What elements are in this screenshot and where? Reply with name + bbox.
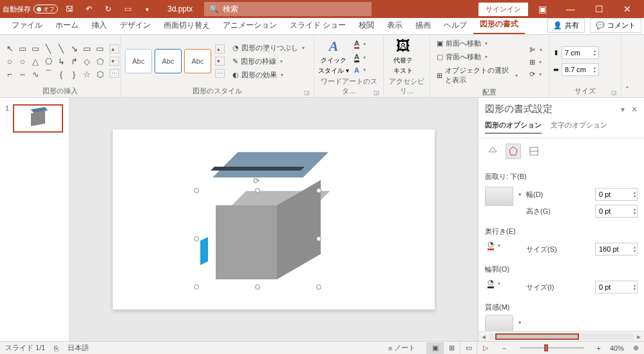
bevel-height-input[interactable]: 0 pt▴▾	[595, 205, 638, 218]
selection-pane-button[interactable]: ⊞オブジェクトの選択と表示▾	[434, 64, 520, 86]
autosave-label: 自動保存	[3, 5, 31, 14]
tab-help[interactable]: ヘルプ	[437, 17, 473, 34]
shape-style-3[interactable]: Abc	[184, 49, 211, 73]
zoom-slider[interactable]	[520, 347, 584, 349]
shape-width-input[interactable]: ⬌8.7 cm▴▾	[553, 63, 599, 76]
text-effects-button[interactable]: A▾	[352, 65, 368, 75]
dialog-launcher-icon[interactable]: ◲	[611, 89, 617, 96]
group-label-shape-styles: 図形のスタイル	[193, 87, 242, 95]
shape-outline-button[interactable]: ✎図形の枠線▾	[230, 55, 307, 68]
pane-tab-shape-options[interactable]: 図形のオプション	[485, 120, 542, 134]
pane-tab-text-options[interactable]: 文字のオプション	[551, 120, 607, 134]
language-indicator[interactable]: 日本語	[68, 343, 89, 353]
zoom-in-icon[interactable]: +	[597, 344, 601, 352]
reading-view-icon[interactable]: ▭	[460, 342, 477, 354]
fit-to-window-icon[interactable]: ⊕	[633, 344, 639, 352]
effects-icon: ◐	[232, 71, 239, 79]
tab-file[interactable]: ファイル	[5, 17, 49, 34]
spellcheck-icon[interactable]: ⎘	[54, 344, 59, 352]
rotate-button[interactable]: ⟳▾	[527, 69, 545, 80]
slide-indicator[interactable]: スライド 1/1	[5, 343, 45, 353]
slide: ⟳	[113, 129, 435, 310]
shape-fill-button[interactable]: ◔図形の塗りつぶし▾	[230, 42, 307, 54]
shapes-gallery-more[interactable]: ▴▾⋯	[109, 42, 119, 80]
shape-style-2[interactable]: Abc	[155, 49, 182, 73]
notes-button[interactable]: ≡ノート	[386, 343, 417, 353]
fill-line-tab-icon[interactable]	[485, 144, 500, 159]
contour-color-picker[interactable]: ◔▾	[485, 277, 513, 290]
undo-icon[interactable]: ↶	[81, 1, 97, 17]
depth-color-picker[interactable]: ◔▾	[485, 239, 513, 252]
tab-home[interactable]: ホーム	[49, 17, 85, 34]
main-area: 1 ⟳ 図形の書式設定 ▾✕ 図形のオプション	[0, 98, 644, 341]
tab-insert[interactable]: 挿入	[85, 17, 113, 34]
effects-tab-icon[interactable]	[506, 144, 521, 159]
shape-effects-button[interactable]: ◐図形の効果▾	[230, 69, 307, 81]
slide-canvas[interactable]: ⟳	[70, 98, 478, 341]
tab-shape-format[interactable]: 図形の書式	[473, 15, 525, 34]
tab-transitions[interactable]: 画面切り替え	[157, 17, 216, 34]
autosave-toggle[interactable]: 自動保存 オフ	[3, 5, 58, 14]
selection-box[interactable]: ⟳	[196, 191, 319, 287]
tab-animations[interactable]: アニメーション	[216, 17, 283, 34]
zoom-out-icon[interactable]: −	[502, 344, 506, 352]
tab-slideshow[interactable]: スライド ショー	[283, 17, 352, 34]
text-fill-button[interactable]: A▾	[352, 38, 368, 50]
pane-options-icon[interactable]: ▾	[621, 105, 625, 114]
dialog-launcher-icon[interactable]: ◲	[374, 89, 379, 96]
bevel-bottom-section: 面取り: 下(B)	[485, 172, 638, 182]
group-label-size: サイズ	[574, 87, 596, 95]
group-label-accessibility: アクセシビリ…	[389, 77, 424, 95]
save-icon[interactable]: 🖫	[62, 1, 77, 17]
group-button[interactable]: ⊞▾	[527, 57, 545, 68]
slideshow-view-icon[interactable]: ▷	[477, 342, 493, 354]
share-button[interactable]: 👤共有	[547, 18, 585, 33]
wordart-icon: A	[329, 38, 339, 55]
status-bar: スライド 1/1 ⎘ 日本語 ≡ノート ▣ ⊞ ▭ ▷ − + 40% ⊕	[0, 341, 644, 354]
shape-styles-more[interactable]: ▴▾⋯	[215, 42, 225, 80]
ribbon-tabs: ファイル ホーム 挿入 デザイン 画面切り替え アニメーション スライド ショー…	[0, 18, 644, 35]
tab-design[interactable]: デザイン	[113, 17, 157, 34]
width-icon: ⬌	[553, 66, 559, 74]
collapse-ribbon-icon[interactable]: ˄	[621, 35, 633, 97]
bevel-preset-picker[interactable]: ▾	[485, 187, 513, 206]
bring-forward-button[interactable]: ▣前面へ移動▾	[434, 37, 520, 50]
minimize-icon[interactable]: —	[556, 0, 585, 18]
quick-styles-button[interactable]: A クイック スタイル ▾	[318, 38, 349, 75]
normal-view-icon[interactable]: ▣	[426, 342, 443, 354]
slideshow-start-icon[interactable]: ▭	[120, 1, 135, 17]
send-backward-button[interactable]: ▢背面へ移動▾	[434, 51, 520, 63]
thumbnail-slide-1[interactable]: 1	[5, 104, 64, 133]
fill-icon: ◔	[232, 44, 239, 52]
shape-3d-plate[interactable]	[225, 142, 316, 187]
tab-draw[interactable]: 描画	[409, 17, 437, 34]
close-icon[interactable]: ✕	[613, 0, 641, 18]
shape-style-1[interactable]: Abc	[125, 49, 152, 73]
zoom-level[interactable]: 40%	[610, 344, 624, 352]
size-properties-tab-icon[interactable]	[526, 144, 542, 159]
pane-horizontal-scrollbar[interactable]: ◂▸	[478, 331, 644, 341]
signin-button[interactable]: サインイン	[478, 3, 528, 16]
search-box[interactable]: 🔍 検索	[204, 2, 372, 16]
pane-close-icon[interactable]: ✕	[631, 105, 638, 114]
search-placeholder: 検索	[223, 4, 238, 15]
text-outline-button[interactable]: A▾	[352, 51, 368, 64]
align-button[interactable]: ⊫▾	[527, 44, 545, 55]
filename: 3d.pptx	[167, 5, 193, 14]
qat-customize-icon[interactable]: ▾	[139, 1, 155, 17]
dialog-launcher-icon[interactable]: ◲	[304, 89, 310, 96]
contour-size-input[interactable]: 0 pt▴▾	[595, 281, 638, 293]
tab-view[interactable]: 表示	[381, 17, 409, 34]
alt-text-button[interactable]: 🖼 代替テ キスト	[388, 38, 419, 75]
maximize-icon[interactable]: ☐	[585, 0, 613, 18]
tab-review[interactable]: 校閲	[352, 17, 381, 34]
sorter-view-icon[interactable]: ⊞	[443, 342, 460, 354]
depth-size-input[interactable]: 180 pt▴▾	[595, 243, 638, 256]
redo-icon[interactable]: ↻	[100, 1, 116, 17]
shape-height-input[interactable]: ⬍7 cm▴▾	[553, 46, 599, 59]
bevel-width-input[interactable]: 0 pt▴▾	[595, 188, 638, 201]
rotate-handle-icon[interactable]: ⟳	[253, 176, 262, 185]
ribbon-display-icon[interactable]: ▣	[528, 0, 556, 18]
shapes-gallery[interactable]: ↖▭▭╲╲↘▭▭ ○○△⎔↳↱◇⬠ ⌐⎓∿⌒{}☆⬡	[4, 42, 106, 80]
comment-button[interactable]: 💬コメント	[590, 18, 641, 33]
